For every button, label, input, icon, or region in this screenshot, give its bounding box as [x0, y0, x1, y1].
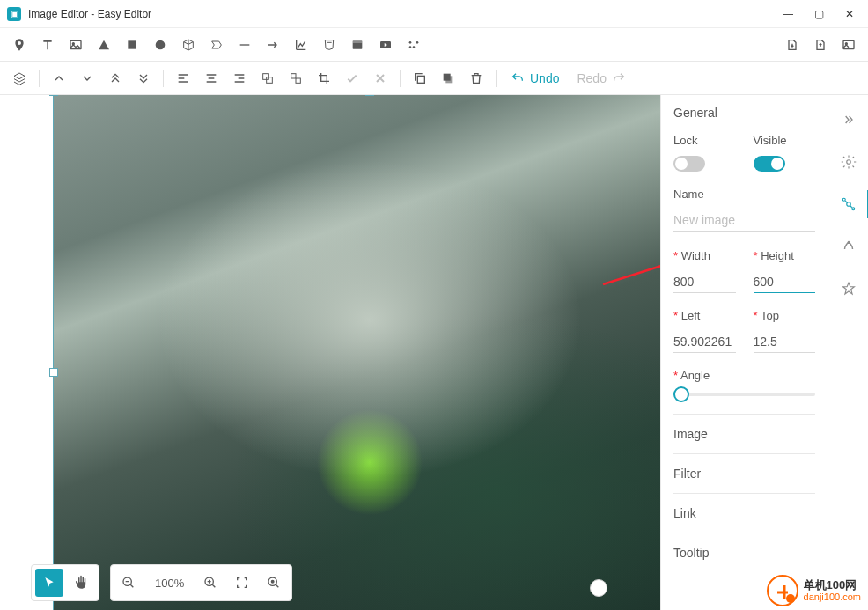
svg-point-10: [409, 46, 412, 48]
top-label: Top: [754, 309, 816, 322]
watermark: 单机100网 danji100.com: [767, 575, 861, 606]
triangle-icon[interactable]: [92, 33, 116, 57]
expand-rail-button[interactable]: [838, 109, 859, 130]
align-center-icon[interactable]: [199, 66, 224, 91]
lock-toggle[interactable]: [673, 156, 705, 172]
arrow-icon[interactable]: [261, 33, 285, 57]
chart-icon[interactable]: [289, 33, 313, 57]
left-input[interactable]: [673, 331, 736, 353]
width-input[interactable]: [673, 271, 736, 293]
align-left-icon[interactable]: [171, 66, 195, 91]
video-icon[interactable]: [373, 33, 398, 57]
image-icon[interactable]: [63, 33, 88, 57]
zoom-level: 100%: [146, 577, 193, 590]
resize-handle-nw[interactable]: [49, 95, 58, 96]
delete-icon[interactable]: [464, 66, 489, 91]
selected-image[interactable]: [53, 95, 660, 610]
height-input[interactable]: [754, 271, 816, 293]
save-image-icon[interactable]: [836, 33, 861, 57]
redo-button: Redo: [570, 71, 632, 85]
watermark-line1: 单机100网: [804, 579, 861, 592]
svg-rect-17: [417, 76, 424, 83]
align-right-icon[interactable]: [227, 66, 252, 91]
node-settings-rail-icon[interactable]: [838, 194, 859, 215]
svg-rect-14: [267, 77, 273, 83]
watermark-icon: [767, 575, 798, 606]
group-icon[interactable]: [255, 66, 280, 91]
window-icon[interactable]: [345, 33, 370, 57]
actual-size-button[interactable]: [260, 569, 288, 597]
canvas-indicator: [590, 579, 607, 597]
angle-slider[interactable]: [673, 393, 815, 396]
properties-panel: General Lock Visible Name Width Height: [660, 95, 828, 610]
upload-icon[interactable]: [808, 33, 833, 57]
titlebar: ▣ Image Editor - Easy Editor — ▢ ✕: [0, 0, 868, 28]
watermark-line2: danji100.com: [804, 592, 861, 602]
width-label: Width: [673, 249, 736, 262]
cube-icon[interactable]: [176, 33, 201, 57]
line-icon[interactable]: [232, 33, 257, 57]
branch-rail-icon[interactable]: [838, 236, 859, 257]
window-title: Image Editor - Easy Editor: [28, 8, 783, 20]
selection-tools: [31, 564, 99, 601]
double-down-icon[interactable]: [131, 66, 156, 91]
double-up-icon[interactable]: [103, 66, 128, 91]
undo-button[interactable]: Undo: [504, 71, 566, 85]
right-rail: [828, 95, 868, 610]
section-filter[interactable]: Filter: [673, 453, 815, 493]
close-button[interactable]: ✕: [845, 8, 854, 20]
resize-handle-n[interactable]: [365, 95, 374, 96]
svg-rect-15: [291, 73, 296, 77]
crop-icon[interactable]: [312, 66, 336, 91]
polygon-icon[interactable]: [204, 33, 229, 57]
minimize-button[interactable]: —: [783, 8, 793, 20]
angle-label: Angle: [673, 369, 815, 382]
star-rail-icon[interactable]: [838, 278, 859, 299]
zoom-in-button[interactable]: [196, 569, 224, 597]
chevron-down-icon[interactable]: [75, 66, 99, 91]
svg-rect-19: [445, 76, 452, 83]
download-icon[interactable]: [780, 33, 805, 57]
html-icon[interactable]: [317, 33, 342, 57]
svg-rect-11: [843, 40, 854, 48]
app-logo-icon: ▣: [7, 7, 21, 21]
svg-rect-13: [263, 73, 269, 79]
general-section-title: General: [673, 106, 815, 120]
cancel-icon[interactable]: [368, 66, 393, 91]
canvas-area[interactable]: 100%: [0, 95, 660, 610]
top-input[interactable]: [754, 331, 816, 353]
svg-rect-2: [128, 40, 136, 48]
fit-screen-button[interactable]: [228, 569, 256, 597]
ungroup-icon[interactable]: [283, 66, 308, 91]
section-tooltip[interactable]: Tooltip: [673, 533, 815, 572]
duplicate-icon[interactable]: [436, 66, 460, 91]
text-icon[interactable]: [35, 33, 60, 57]
marker-icon[interactable]: [7, 33, 32, 57]
section-image[interactable]: Image: [673, 414, 815, 453]
svg-point-7: [409, 41, 412, 44]
visible-toggle[interactable]: [754, 156, 785, 172]
name-input[interactable]: [673, 209, 815, 232]
chevron-up-icon[interactable]: [47, 66, 71, 91]
svg-point-8: [416, 41, 419, 44]
svg-point-3: [156, 40, 166, 49]
pointer-tool-button[interactable]: [35, 569, 63, 597]
maximize-button[interactable]: ▢: [814, 8, 824, 20]
svg-point-9: [413, 46, 416, 48]
section-link[interactable]: Link: [673, 493, 815, 533]
svg-rect-16: [296, 78, 300, 83]
settings-rail-icon[interactable]: [838, 151, 859, 173]
svg-point-26: [842, 198, 845, 201]
zoom-out-button[interactable]: [114, 569, 143, 597]
copy-icon[interactable]: [408, 66, 432, 91]
nodes-icon[interactable]: [401, 33, 426, 57]
square-icon[interactable]: [120, 33, 144, 57]
layers-icon[interactable]: [7, 66, 32, 91]
annotation-arrow: [599, 249, 660, 289]
resize-handle-w[interactable]: [49, 368, 58, 377]
undo-label: Undo: [530, 71, 559, 85]
check-icon[interactable]: [340, 66, 364, 91]
hand-tool-button[interactable]: [67, 569, 95, 597]
lock-label: Lock: [673, 134, 736, 147]
circle-icon[interactable]: [148, 33, 173, 57]
